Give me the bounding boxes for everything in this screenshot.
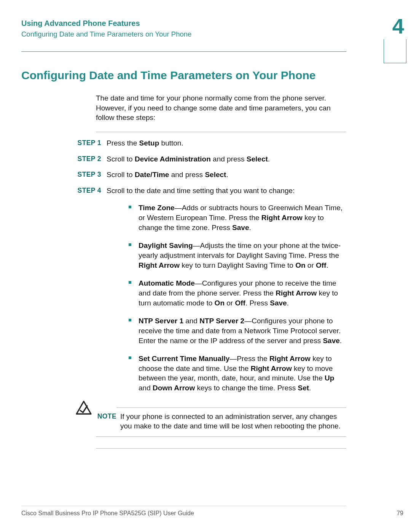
chapter-number-frame (384, 39, 406, 63)
step-body: Scroll to Device Administration and pres… (107, 154, 346, 164)
step-body: Scroll to Date/Time and press Select. (107, 170, 346, 180)
step-label: STEP 4 (75, 186, 107, 401)
list-item: Automatic Mode—Configures your phone to … (129, 278, 346, 308)
note-block: NOTE If your phone is connected to an ad… (21, 412, 346, 431)
running-header: Using Advanced Phone Features Configurin… (21, 19, 346, 52)
step-body: Press the Setup button. (107, 138, 346, 148)
closing-rule (96, 448, 346, 449)
footer-rule (21, 506, 346, 506)
note-rule-upper (116, 407, 346, 408)
step-body: Scroll to the date and time setting that… (107, 186, 346, 401)
step-3: STEP 3 Scroll to Date/Time and press Sel… (75, 170, 346, 180)
separator (96, 132, 346, 132)
chapter-title: Using Advanced Phone Features (21, 19, 346, 28)
page-footer: Cisco Small Business Pro IP Phone SPA525… (21, 506, 346, 517)
header-rule (21, 51, 346, 52)
list-item: Set Current Time Manually—Press the Righ… (129, 354, 346, 393)
page-title: Configuring Date and Time Parameters on … (21, 69, 346, 82)
book-title: Cisco Small Business Pro IP Phone SPA525… (21, 510, 194, 517)
step-4: STEP 4 Scroll to the date and time setti… (75, 186, 346, 401)
page-number: 79 (397, 510, 403, 517)
chapter-number: 4 (392, 14, 404, 38)
step-2: STEP 2 Scroll to Device Administration a… (75, 154, 346, 164)
list-item: Time Zone—Adds or subtracts hours to Gre… (129, 203, 346, 232)
note-rule-lower (96, 436, 346, 437)
note-label: NOTE (96, 412, 120, 420)
list-item: Daylight Saving—Adjusts the time on your… (129, 241, 346, 270)
intro-paragraph: The date and time for your phone normall… (96, 93, 346, 123)
step-label: STEP 2 (75, 154, 107, 164)
step-list: STEP 1 Press the Setup button. STEP 2 Sc… (75, 138, 346, 401)
step-label: STEP 1 (75, 138, 107, 148)
list-item: NTP Server 1 and NTP Server 2—Configures… (129, 316, 346, 345)
step-label: STEP 3 (75, 170, 107, 180)
bullet-list: Time Zone—Adds or subtracts hours to Gre… (129, 203, 346, 393)
step-1: STEP 1 Press the Setup button. (75, 138, 346, 148)
note-triangle-icon (75, 400, 92, 417)
note-text: If your phone is connected to an adminis… (120, 412, 346, 431)
page-body: Using Advanced Phone Features Configurin… (21, 19, 346, 498)
breadcrumb: Configuring Date and Time Parameters on … (21, 30, 346, 38)
